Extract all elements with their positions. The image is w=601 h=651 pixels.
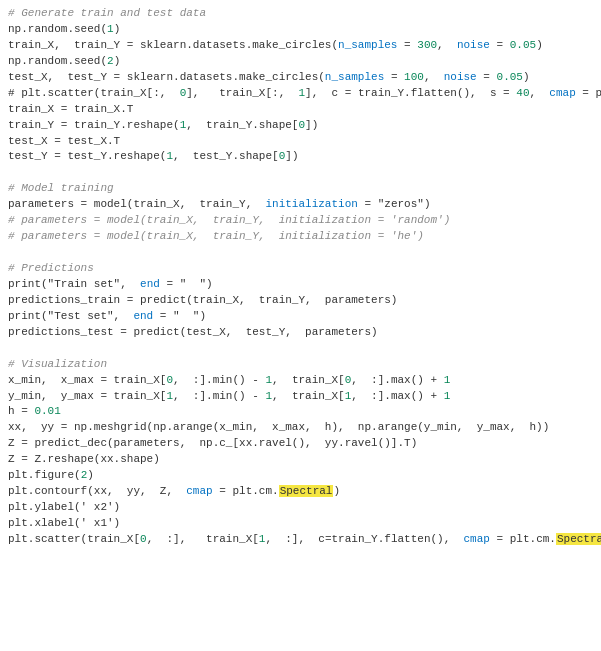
- code-line: np.random.seed(1): [8, 22, 593, 38]
- code-line: xx, yy = np.meshgrid(np.arange(x_min, x_…: [8, 420, 593, 436]
- code-line: predictions_test = predict(test_X, test_…: [8, 325, 593, 341]
- code-line: [8, 245, 593, 261]
- code-line: h = 0.01: [8, 404, 593, 420]
- code-line: plt.contourf(xx, yy, Z, cmap = plt.cm.Sp…: [8, 484, 593, 500]
- code-line: np.random.seed(2): [8, 54, 593, 70]
- code-line: x_min, x_max = train_X[0, :].min() - 1, …: [8, 373, 593, 389]
- code-line: # Visualization: [8, 357, 593, 373]
- code-line: # Generate train and test data: [8, 6, 593, 22]
- code-line: # plt.scatter(train_X[:, 0], train_X[:, …: [8, 86, 593, 102]
- code-line: print("Train set", end = " "): [8, 277, 593, 293]
- code-line: test_Y = test_Y.reshape(1, test_Y.shape[…: [8, 149, 593, 165]
- code-line: train_X, train_Y = sklearn.datasets.make…: [8, 38, 593, 54]
- code-line: test_X, test_Y = sklearn.datasets.make_c…: [8, 70, 593, 86]
- code-line: print("Test set", end = " "): [8, 309, 593, 325]
- code-line: test_X = test_X.T: [8, 134, 593, 150]
- code-line: # Model training: [8, 181, 593, 197]
- code-line: # parameters = model(train_X, train_Y, i…: [8, 229, 593, 245]
- code-line: parameters = model(train_X, train_Y, ini…: [8, 197, 593, 213]
- code-line: Z = predict_dec(parameters, np.c_[xx.rav…: [8, 436, 593, 452]
- code-line: train_X = train_X.T: [8, 102, 593, 118]
- code-line: [8, 341, 593, 357]
- code-line: plt.figure(2): [8, 468, 593, 484]
- code-line: y_min, y_max = train_X[1, :].min() - 1, …: [8, 389, 593, 405]
- code-line: train_Y = train_Y.reshape(1, train_Y.sha…: [8, 118, 593, 134]
- code-line: [8, 165, 593, 181]
- code-editor: # Generate train and test datanp.random.…: [0, 0, 601, 554]
- code-line: Z = Z.reshape(xx.shape): [8, 452, 593, 468]
- code-line: predictions_train = predict(train_X, tra…: [8, 293, 593, 309]
- code-line: # Predictions: [8, 261, 593, 277]
- code-line: plt.ylabel(' x2'): [8, 500, 593, 516]
- code-line: # parameters = model(train_X, train_Y, i…: [8, 213, 593, 229]
- code-line: plt.xlabel(' x1'): [8, 516, 593, 532]
- code-line: plt.scatter(train_X[0, :], train_X[1, :]…: [8, 532, 593, 548]
